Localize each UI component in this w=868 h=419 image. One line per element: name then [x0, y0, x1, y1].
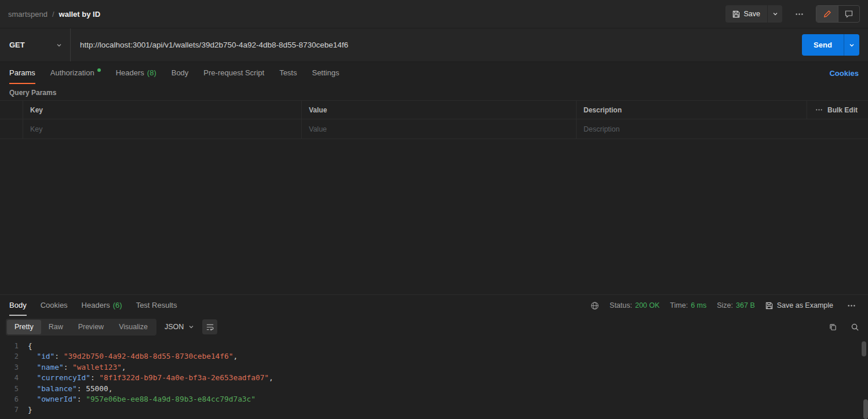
tab-label: Raw [49, 323, 63, 331]
copy-icon [829, 323, 837, 331]
response-toolbar-right [825, 319, 862, 334]
request-tab-settings[interactable]: Settings [312, 62, 339, 84]
send-button[interactable]: Send [802, 34, 844, 56]
response-tabs-bar: BodyCookiesHeaders(6)Test Results Status… [0, 295, 868, 316]
network-globe-icon[interactable] [590, 301, 599, 310]
tab-label: Pre-request Script [203, 68, 264, 77]
code-line: 4 "currencyId": "8f1f322d-b9b7-4a0e-bf3a… [0, 373, 868, 383]
bulk-edit-label: Bulk Edit [827, 106, 858, 114]
request-editor-empty-area [0, 139, 868, 294]
view-tab-raw[interactable]: Raw [41, 320, 71, 334]
tab-label: Tests [279, 68, 297, 77]
sidebar-toggle-group [816, 5, 860, 23]
authorization-status-dot [97, 68, 101, 72]
response-code: 1{2 "id": "39d2b750-4a92-4db8-8d55-8730c… [0, 341, 868, 416]
postman-app-window: smartspend / wallet by ID Save [0, 0, 868, 419]
method-label: GET [9, 41, 25, 49]
param-key-input[interactable] [30, 125, 301, 133]
url-input[interactable] [71, 28, 796, 61]
save-button-group: Save [725, 5, 783, 23]
tab-label: Visualize [119, 323, 148, 331]
tab-label: Body [172, 68, 189, 77]
code-line: 6 "ownerId": "957e06be-ee88-4a9d-89b3-e8… [0, 394, 868, 405]
param-value-input[interactable] [309, 125, 576, 133]
save-as-example-label: Save as Example [777, 301, 833, 309]
request-tab-params[interactable]: Params [9, 62, 35, 84]
time-badge: Time: 6 ms [670, 301, 706, 309]
tab-label: Preview [78, 323, 104, 331]
response-tab-cookies[interactable]: Cookies [41, 295, 68, 316]
copy-response-button[interactable] [825, 319, 840, 334]
view-tab-visualize[interactable]: Visualize [111, 320, 155, 334]
breadcrumb: smartspend / wallet by ID [8, 10, 100, 19]
response-tabs-list: BodyCookiesHeaders(6)Test Results [9, 295, 191, 316]
time-value: 6 ms [691, 301, 706, 309]
query-params-table: Key Value Description Bulk Edit [0, 100, 868, 139]
response-meta: Status: 200 OK Time: 6 ms Size: 367 B Sa… [590, 295, 859, 316]
tab-label: Cookies [41, 301, 68, 309]
url-builder: GET Send [0, 28, 868, 62]
request-tabs-bar: ParamsAuthorizationHeaders(8)BodyPre-req… [0, 62, 868, 84]
window-scrollbar-thumb[interactable] [863, 399, 868, 419]
bulk-edit-button[interactable]: Bulk Edit [807, 101, 868, 119]
request-tab-tests[interactable]: Tests [279, 62, 297, 84]
method-select[interactable]: GET [0, 28, 71, 61]
response-format-select[interactable]: JSON [165, 323, 194, 331]
save-options-button[interactable] [767, 5, 782, 23]
status-badge: Status: 200 OK [610, 301, 659, 309]
wrap-lines-button[interactable] [202, 319, 217, 334]
tab-label: Settings [312, 68, 339, 77]
tab-label: Headers [116, 68, 144, 77]
view-tab-preview[interactable]: Preview [71, 320, 111, 334]
more-actions-button[interactable] [792, 6, 807, 21]
tab-label: Test Results [136, 301, 177, 309]
tab-label: Headers [82, 301, 110, 309]
view-tab-pretty[interactable]: Pretty [7, 320, 41, 334]
more-horizontal-icon [795, 10, 804, 19]
documentation-edit-button[interactable] [816, 6, 838, 22]
params-value-header: Value [302, 101, 577, 119]
request-header-bar: smartspend / wallet by ID Save [0, 0, 868, 28]
send-button-group: Send [802, 34, 859, 56]
save-icon [732, 10, 740, 18]
breadcrumb-workspace[interactable]: smartspend [8, 10, 48, 19]
save-as-example-button[interactable]: Save as Example [765, 301, 833, 309]
comments-icon [845, 10, 853, 18]
request-tab-body[interactable]: Body [172, 62, 189, 84]
save-icon [765, 302, 773, 309]
response-format-label: JSON [165, 323, 184, 331]
chevron-down-icon [188, 324, 194, 330]
tab-label: Body [9, 301, 27, 309]
cookies-link[interactable]: Cookies [829, 62, 859, 84]
request-tab-authorization[interactable]: Authorization [50, 62, 101, 84]
response-tab-body[interactable]: Body [9, 295, 27, 316]
search-response-button[interactable] [847, 319, 862, 334]
response-scrollbar-thumb[interactable] [862, 341, 866, 356]
code-line: 7} [0, 405, 868, 415]
param-description-input[interactable] [583, 125, 868, 133]
chevron-down-icon [849, 42, 855, 48]
code-line: 5 "balance": 55000, [0, 384, 868, 394]
tab-count: (8) [147, 68, 156, 77]
params-empty-row [0, 119, 868, 139]
query-params-title: Query Params [0, 84, 868, 100]
comments-button[interactable] [838, 6, 859, 22]
params-key-header: Key [23, 101, 302, 119]
search-icon [851, 323, 859, 331]
params-handle-column [0, 101, 23, 119]
request-tab-pre-request-script[interactable]: Pre-request Script [203, 62, 264, 84]
response-more-actions-button[interactable] [844, 298, 859, 313]
send-options-button[interactable] [844, 34, 859, 56]
breadcrumb-request-name[interactable]: wallet by ID [59, 10, 101, 19]
tab-count: (6) [113, 301, 122, 309]
response-tab-headers[interactable]: Headers(6) [82, 295, 122, 316]
line-number: 4 [0, 373, 28, 383]
request-tab-headers[interactable]: Headers(8) [116, 62, 156, 84]
code-line: 1{ [0, 341, 868, 351]
request-tabs-list: ParamsAuthorizationHeaders(8)BodyPre-req… [9, 62, 354, 84]
line-number: 3 [0, 362, 28, 373]
response-tab-test-results[interactable]: Test Results [136, 295, 177, 316]
code-line: 3 "name": "wallet123", [0, 362, 868, 373]
chevron-down-icon [772, 11, 778, 17]
save-button[interactable]: Save [725, 5, 768, 23]
